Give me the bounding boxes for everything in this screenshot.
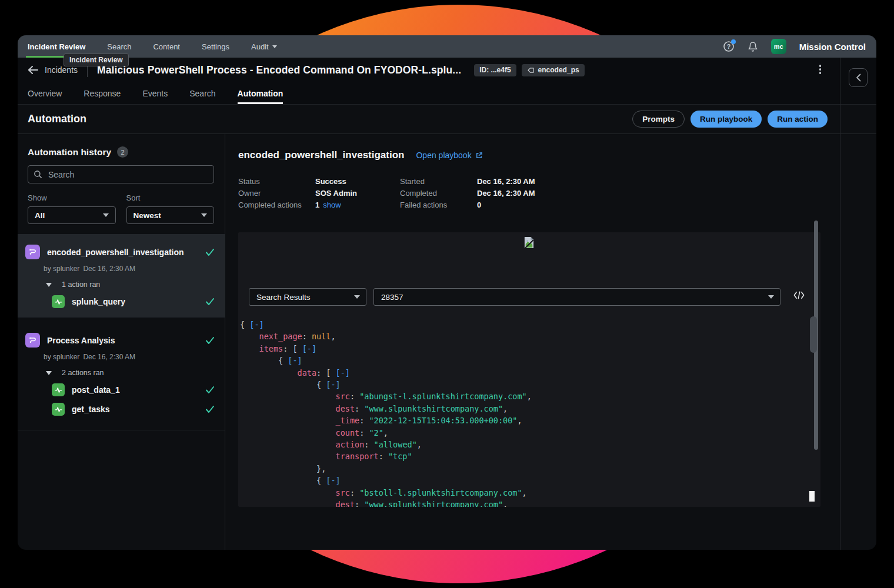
collapse-toggle[interactable]: [-]	[326, 380, 340, 389]
collapse-toggle[interactable]: [-]	[288, 356, 302, 365]
action-name: splunk_query	[72, 297, 198, 306]
json-result-viewer[interactable]: { [-] next_page: null, items: [ [-] { [-…	[240, 319, 813, 507]
meta-value: Dec 16, 2:30 AM	[477, 188, 840, 199]
show-dropdown-value: All	[35, 211, 45, 220]
top-nav-right: ? mc Mission Control	[723, 35, 866, 58]
sort-dropdown[interactable]: Newest	[126, 206, 215, 224]
result-view-select[interactable]: Search Results	[249, 288, 366, 306]
bell-button[interactable]	[748, 41, 758, 52]
code-line: dest: "www.slpunktshirtcompany.com",	[240, 403, 813, 415]
bell-icon	[748, 41, 758, 52]
prompts-button[interactable]: Prompts	[632, 111, 685, 128]
triangle-down-icon	[46, 371, 52, 375]
incident-title: Malicious PowerShell Process - Encoded C…	[97, 64, 461, 76]
search-input[interactable]	[47, 169, 208, 180]
playbook-icon	[28, 335, 38, 345]
incident-id-badge[interactable]: ID: ...e4f5	[474, 64, 516, 76]
back-button[interactable]	[28, 65, 39, 75]
result-view-value: Search Results	[256, 293, 311, 302]
code-line: data: [ [-]	[240, 367, 813, 379]
show-link[interactable]: show	[323, 201, 341, 209]
nav-item-settings[interactable]: Settings	[202, 35, 229, 58]
success-check-icon	[205, 298, 215, 306]
automation-runs-list: encoded_powershell_investigationby splun…	[18, 234, 225, 430]
nav-tooltip: Incident Review	[64, 54, 129, 66]
automation-run[interactable]: Process Analysisby splunkerDec 16, 2:30 …	[18, 322, 225, 425]
show-dropdown[interactable]: All	[28, 206, 116, 224]
success-check-icon	[205, 336, 215, 345]
code-view-button[interactable]	[793, 291, 805, 299]
automation-run[interactable]: encoded_powershell_investigationby splun…	[18, 234, 225, 318]
results-scrollbar-thumb[interactable]	[810, 316, 817, 353]
code-line: items: [ [-]	[240, 343, 813, 355]
code-line: src: "abungst-l.splunktshirtcompany.com"…	[240, 390, 813, 402]
desktop-background: Incident ReviewSearchContentSettingsAudi…	[0, 0, 894, 588]
meta-value: 1show	[315, 199, 400, 211]
meta-value: 0	[477, 199, 840, 211]
meta-label: Completed	[400, 188, 477, 199]
code-line: count: "2",	[240, 427, 813, 439]
brand-title: Mission Control	[799, 42, 866, 52]
collapse-toggle[interactable]: [-]	[302, 344, 316, 353]
run-byline: by splunkerDec 16, 2:30 AM	[44, 353, 215, 361]
run-actions-summary: 2 actions ran	[62, 369, 104, 377]
success-check-icon	[205, 405, 215, 413]
automation-content: Automation history 2 Show All	[18, 134, 876, 550]
tab-automation[interactable]: Automation	[238, 82, 283, 104]
action-icon	[52, 383, 65, 396]
code-line: _time: "2022-12-15T15:04:53.000+00:00",	[240, 415, 813, 426]
collapse-toggle[interactable]: [-]	[249, 320, 263, 329]
run-timestamp: Dec 16, 2:30 AM	[83, 353, 135, 361]
run-actions-toggle[interactable]: 2 actions ran	[46, 369, 215, 377]
more-options-button[interactable]	[819, 65, 822, 74]
help-button[interactable]: ?	[723, 41, 735, 52]
code-scrollbar-thumb[interactable]	[809, 491, 815, 502]
mission-control-window: Incident ReviewSearchContentSettingsAudi…	[18, 35, 876, 550]
result-id-select[interactable]: 28357	[373, 288, 780, 306]
section-actions: Prompts Run playbook Run action	[632, 111, 828, 128]
action-icon	[52, 295, 65, 308]
result-id-value: 28357	[381, 293, 403, 302]
run-name: encoded_powershell_investigation	[47, 248, 201, 257]
collapse-toggle[interactable]: [-]	[326, 476, 340, 485]
meta-label: Completed actions	[238, 199, 315, 211]
run-action-button[interactable]: Run action	[768, 111, 828, 128]
history-search[interactable]	[28, 165, 214, 183]
disposition-badge[interactable]: encoded_ps	[522, 64, 585, 76]
tab-search[interactable]: Search	[189, 82, 215, 104]
action-row[interactable]: splunk_query	[52, 295, 215, 308]
chevron-left-icon	[856, 74, 861, 82]
action-row[interactable]: post_data_1	[52, 383, 215, 396]
action-success-check	[205, 298, 215, 306]
open-playbook-link[interactable]: Open playbook	[416, 151, 482, 160]
tab-response[interactable]: Response	[84, 82, 121, 104]
code-line: { [-]	[240, 355, 813, 366]
action-success-check	[205, 405, 215, 413]
nav-item-audit[interactable]: Audit	[251, 35, 277, 58]
meta-label: Owner	[238, 188, 315, 199]
collapse-toggle[interactable]: [-]	[336, 368, 350, 377]
nav-item-content[interactable]: Content	[153, 35, 180, 58]
tab-overview[interactable]: Overview	[28, 82, 62, 104]
search-icon	[34, 170, 42, 179]
back-label[interactable]: Incidents	[45, 65, 78, 75]
run-meta-grid: StatusSuccessStartedDec 16, 2:30 AMOwner…	[238, 176, 840, 211]
top-nav: Incident ReviewSearchContentSettingsAudi…	[18, 35, 876, 58]
success-check-icon	[205, 386, 215, 394]
section-title: Automation	[28, 113, 86, 125]
run-playbook-button[interactable]: Run playbook	[690, 111, 762, 128]
run-name: Process Analysis	[47, 336, 201, 345]
external-link-icon	[475, 152, 483, 159]
action-pulse-icon	[54, 298, 63, 306]
code-line: { [-]	[240, 319, 813, 330]
code-line: next_page: null,	[240, 330, 813, 342]
tab-events[interactable]: Events	[142, 82, 168, 104]
action-row[interactable]: get_tasks	[52, 403, 215, 416]
collapse-panel-button[interactable]	[849, 68, 868, 87]
run-head: Process Analysis	[25, 333, 215, 348]
mc-logo-icon[interactable]: mc	[771, 39, 786, 54]
run-actions-toggle[interactable]: 1 action ran	[46, 280, 215, 289]
meta-label: Started	[400, 176, 477, 188]
action-pulse-icon	[54, 405, 63, 414]
action-pulse-icon	[54, 386, 63, 395]
